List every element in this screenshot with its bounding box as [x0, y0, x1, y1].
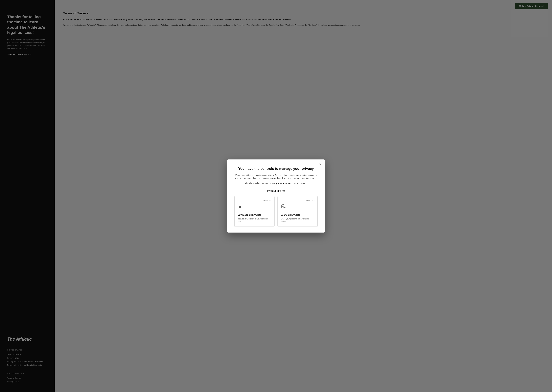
- modal-subtitle: I would like to:: [234, 190, 318, 193]
- verify-prefix: Already submitted a request?: [245, 182, 271, 184]
- modal-options: Step 1 of 2 Download all my data Request…: [234, 196, 318, 227]
- download-step: Step 1 of 2: [238, 200, 271, 202]
- delete-title: Delete all my data: [281, 214, 314, 216]
- modal-verify-text: Already submitted a request? Verify your…: [234, 182, 318, 184]
- delete-step: Step 1 of 2: [281, 200, 314, 202]
- download-option[interactable]: Step 1 of 2 Download all my data Request…: [234, 196, 275, 227]
- verify-identity-link[interactable]: Verify your identity: [272, 182, 290, 184]
- modal-title: You have the controls to manage your pri…: [234, 167, 318, 171]
- download-title: Download all my data: [238, 214, 271, 216]
- download-desc: Request a full report of your personal d…: [238, 217, 271, 223]
- modal-description: We are committed to protecting your priv…: [234, 174, 318, 180]
- modal-overlay[interactable]: × You have the controls to manage your p…: [0, 0, 552, 392]
- download-icon: [238, 203, 271, 211]
- privacy-modal: × You have the controls to manage your p…: [227, 160, 325, 233]
- delete-option[interactable]: Step 1 of 2 Delete all my data: [277, 196, 318, 227]
- delete-desc: Erase your personal data from our system…: [281, 217, 314, 223]
- verify-suffix: to check its status.: [290, 182, 307, 184]
- modal-close-button[interactable]: ×: [318, 162, 322, 166]
- delete-icon: [281, 203, 314, 211]
